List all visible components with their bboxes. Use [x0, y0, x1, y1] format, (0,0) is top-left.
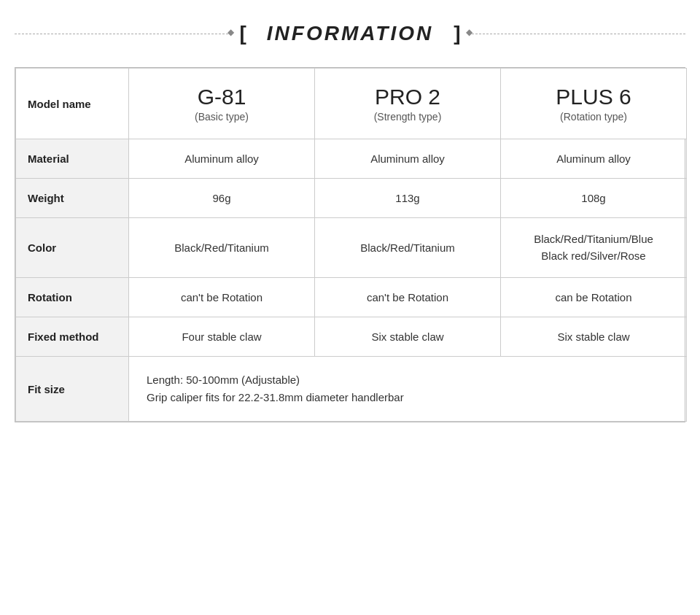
cell-pro2-color: Black/Red/Titanium — [315, 218, 501, 278]
cell-g81-weight: 96g — [129, 179, 315, 218]
header-section: [ INFORMATION ] — [15, 22, 685, 45]
cell-plus6-model: PLUS 6 (Rotation type) — [501, 69, 687, 139]
cell-pro2-weight: 113g — [315, 179, 501, 218]
cell-pro2-material: Aluminum alloy — [315, 139, 501, 179]
cell-plus6-weight: 108g — [501, 179, 687, 218]
fit-size-line1: Length: 50-100mm (Adjustable) — [147, 371, 669, 389]
table-row-model: Model name G-81 (Basic type) PRO 2 (Stre… — [16, 69, 687, 139]
table-row-color: Color Black/Red/Titanium Black/Red/Titan… — [16, 218, 687, 278]
pro2-model-main: PRO 2 — [327, 85, 489, 109]
g81-model-main: G-81 — [141, 85, 303, 109]
fit-size-line2: Grip caliper fits for 22.2-31.8mm diamet… — [147, 389, 669, 406]
bracket-left: [ — [239, 22, 246, 45]
cell-fit-size: Length: 50-100mm (Adjustable) Grip calip… — [129, 357, 687, 422]
info-table: Model name G-81 (Basic type) PRO 2 (Stre… — [15, 68, 687, 422]
cell-g81-rotation: can't be Rotation — [129, 278, 315, 317]
cell-pro2-fixed: Six stable claw — [315, 317, 501, 357]
cell-plus6-rotation: can be Rotation — [501, 278, 687, 317]
cell-plus6-material: Aluminum alloy — [501, 139, 687, 179]
cell-plus6-fixed: Six stable claw — [501, 317, 687, 357]
page-title: INFORMATION — [252, 22, 448, 45]
table-row-material: Material Aluminum alloy Aluminum alloy A… — [16, 139, 687, 179]
plus6-model-main: PLUS 6 — [513, 85, 674, 109]
bracket-right: ] — [454, 22, 460, 45]
plus6-model-sub: (Rotation type) — [513, 111, 674, 123]
cell-g81-model: G-81 (Basic type) — [129, 69, 315, 139]
table-row-fixed-method: Fixed method Four stable claw Six stable… — [16, 317, 687, 357]
g81-model-sub: (Basic type) — [141, 111, 303, 123]
label-fixed-method: Fixed method — [16, 317, 129, 357]
label-fit-size: Fit size — [16, 357, 129, 422]
cell-g81-material: Aluminum alloy — [129, 139, 315, 179]
header-line-right — [472, 34, 685, 34]
cell-g81-color: Black/Red/Titanium — [129, 218, 315, 278]
label-material: Material — [16, 139, 129, 179]
table-row-rotation: Rotation can't be Rotation can't be Rota… — [16, 278, 687, 317]
info-table-container: Model name G-81 (Basic type) PRO 2 (Stre… — [15, 67, 685, 422]
header-line-left — [15, 34, 228, 34]
pro2-model-sub: (Strength type) — [327, 111, 489, 123]
label-rotation: Rotation — [16, 278, 129, 317]
cell-pro2-rotation: can't be Rotation — [315, 278, 501, 317]
label-weight: Weight — [16, 179, 129, 218]
table-row-weight: Weight 96g 113g 108g — [16, 179, 687, 218]
cell-plus6-color: Black/Red/Titanium/BlueBlack red/Silver/… — [501, 218, 687, 278]
label-model: Model name — [16, 69, 129, 139]
table-row-fit-size: Fit size Length: 50-100mm (Adjustable) G… — [16, 357, 687, 422]
cell-g81-fixed: Four stable claw — [129, 317, 315, 357]
cell-pro2-model: PRO 2 (Strength type) — [315, 69, 501, 139]
label-color: Color — [16, 218, 129, 278]
